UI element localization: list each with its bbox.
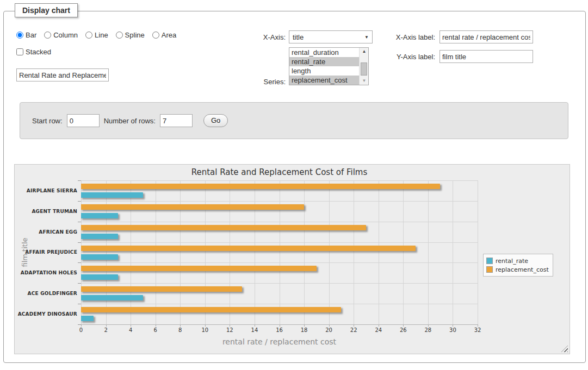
go-button[interactable]: Go (203, 114, 228, 127)
x-axis-title: rental rate / replacement cost (81, 337, 478, 346)
num-rows-label: Number of rows: (104, 117, 156, 125)
x-tick-label: 22 (343, 327, 364, 333)
chart-type-option-line[interactable]: Line (85, 31, 108, 39)
vertical-gridline (205, 180, 206, 324)
scroll-up-icon[interactable]: ▲ (360, 48, 369, 55)
y-axis-tickmark (78, 262, 81, 263)
legend-item-replacement_cost: replacement_cost (486, 265, 549, 274)
x-tick-label: 26 (392, 327, 414, 333)
chart-type-radio-line[interactable] (85, 32, 92, 39)
x-tick-label: 6 (145, 327, 166, 333)
x-axis-select[interactable]: title ▼ (289, 30, 373, 43)
num-rows-input[interactable] (160, 114, 193, 127)
x-axis-label-input[interactable] (440, 30, 533, 43)
x-tick-label: 2 (95, 327, 117, 333)
horizontal-gridline (81, 242, 478, 243)
scroll-down-icon[interactable]: ▼ (360, 77, 369, 85)
chart-type-radio-group: BarColumnLineSplineArea (16, 31, 176, 39)
chart-type-radio-bar[interactable] (16, 32, 23, 39)
x-tick-label: 10 (194, 327, 216, 333)
x-tick-label: 8 (169, 327, 191, 333)
category-label: ADAPTATION HOLES (12, 262, 77, 283)
x-tick-label: 20 (318, 327, 340, 333)
series-option-replacement_cost[interactable]: replacement_cost (289, 76, 360, 85)
x-tick-label: 12 (219, 327, 240, 333)
legend-swatch (486, 266, 493, 273)
x-tick-label: 18 (293, 327, 315, 333)
x-tick-label: 16 (269, 327, 290, 333)
x-tick-label: 14 (244, 327, 265, 333)
stacked-option[interactable]: Stacked (16, 48, 51, 56)
vertical-gridline (329, 180, 330, 324)
legend-swatch (486, 258, 493, 264)
chart-type-radio-spline[interactable] (116, 32, 123, 39)
x-tick-label: 32 (467, 327, 488, 333)
x-tick-label: 0 (70, 327, 92, 333)
y-axis-label-input[interactable] (440, 50, 533, 63)
plot-area: 02468101214161820222426283032AIRPLANE SI… (81, 180, 478, 324)
chart-title-input[interactable] (16, 68, 109, 81)
chart-type-label: Area (162, 31, 176, 39)
display-chart-page: Display chart BarColumnLineSplineArea St… (0, 0, 588, 370)
chart-type-option-bar[interactable]: Bar (16, 31, 36, 39)
vertical-gridline (379, 180, 379, 324)
vertical-gridline (131, 180, 131, 324)
y-axis-tickmark (78, 304, 81, 304)
y-axis-tickmark (78, 180, 81, 181)
chart-type-option-spline[interactable]: Spline (116, 31, 145, 39)
category-label: ACADEMY DINOSAUR (12, 304, 77, 324)
series-option-rental_rate[interactable]: rental_rate (289, 57, 360, 66)
series-options: rental_durationrental_ratelengthreplacem… (289, 48, 368, 85)
bar-rental_rate (81, 295, 143, 300)
row-range-panel: Start row: Number of rows: Go (20, 102, 568, 139)
chart-panel: Rental Rate and Replacement Cost of Film… (14, 164, 570, 354)
bar-replacement_cost (81, 286, 242, 292)
horizontal-gridline (81, 283, 478, 284)
x-tick-label: 28 (417, 327, 439, 333)
horizontal-gridline (81, 262, 478, 263)
vertical-gridline (403, 180, 404, 324)
series-option-length[interactable]: length (289, 66, 360, 76)
category-label: AIRPLANE SIERRA (12, 180, 77, 201)
vertical-gridline (428, 180, 429, 324)
chevron-down-icon: ▼ (364, 35, 369, 40)
bar-replacement_cost (81, 246, 416, 251)
horizontal-gridline (81, 180, 478, 181)
scrollbar-thumb[interactable] (361, 62, 367, 76)
horizontal-gridline (81, 304, 478, 304)
vertical-gridline (106, 180, 107, 324)
horizontal-gridline (81, 201, 478, 202)
x-axis-label-caption: X-Axis label: (381, 33, 435, 41)
chart-type-radio-column[interactable] (44, 32, 51, 39)
vertical-gridline (354, 180, 354, 324)
legend-item-rental_rate: rental_rate (486, 256, 549, 265)
chart-type-option-area[interactable]: Area (152, 31, 176, 39)
stacked-label: Stacked (26, 48, 51, 56)
resize-handle-icon[interactable] (561, 346, 568, 352)
start-row-input[interactable] (67, 114, 100, 127)
y-axis-tickmark (78, 222, 81, 222)
start-row-label: Start row: (32, 117, 63, 125)
bar-replacement_cost (81, 225, 366, 230)
chart-type-option-column[interactable]: Column (44, 31, 78, 39)
category-label: AGENT TRUMAN (12, 201, 77, 222)
horizontal-gridline (81, 222, 478, 222)
vertical-gridline (81, 180, 82, 324)
stacked-checkbox[interactable] (16, 48, 23, 55)
bar-replacement_cost (81, 307, 341, 312)
chart-type-label: Line (95, 31, 108, 39)
series-option-rental_duration[interactable]: rental_duration (289, 48, 360, 57)
x-tick-label: 30 (442, 327, 463, 333)
series-scrollbar[interactable]: ▲ ▼ (359, 48, 368, 85)
category-label: ACE GOLDFINGER (12, 283, 77, 304)
vertical-gridline (255, 180, 255, 324)
fieldset-legend: Display chart (15, 3, 78, 17)
series-listbox[interactable]: rental_durationrental_ratelengthreplacem… (289, 47, 369, 85)
chart-title: Rental Rate and Replacement Cost of Film… (81, 167, 478, 177)
bar-rental_rate (81, 234, 118, 239)
series-select-label: Series: (239, 78, 286, 86)
y-axis-label-caption: Y-Axis label: (381, 53, 435, 61)
chart-type-label: Bar (26, 31, 36, 39)
chart-type-radio-area[interactable] (152, 32, 159, 39)
bar-replacement_cost (81, 184, 440, 189)
